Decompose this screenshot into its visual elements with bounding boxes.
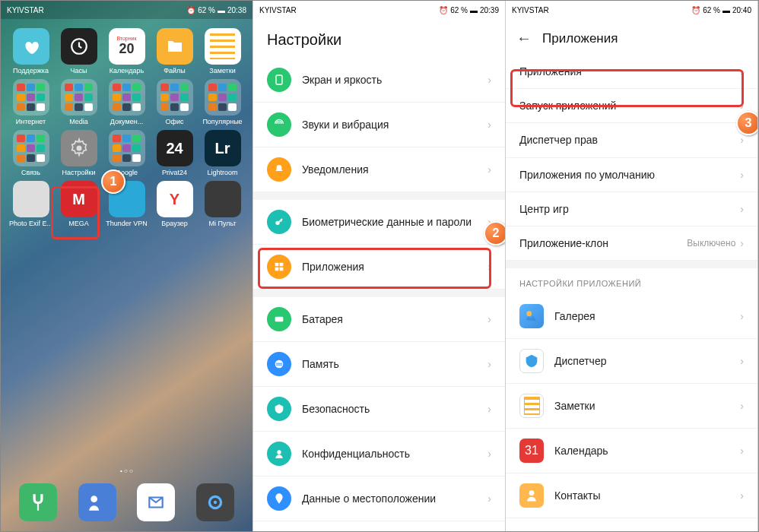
app-settings-row-2[interactable]: Заметки› [506, 384, 757, 429]
row-label: Приложение-клон [519, 236, 687, 250]
row-label: Контакты [554, 489, 740, 502]
row-label: Галерея [554, 309, 740, 323]
settings-row-8[interactable]: Конфиденциальность› [253, 432, 505, 477]
row-label: Уведомления [302, 163, 487, 176]
settings-row-3[interactable]: Биометрические данные и пароли› [253, 200, 505, 245]
header: ← Приложения [506, 19, 757, 55]
app-label: Интернет [7, 118, 55, 127]
app-Докумен...[interactable]: Докумен... [103, 79, 151, 127]
row-icon [267, 442, 291, 466]
row-icon [267, 112, 291, 137]
app-settings-list: Галерея›Диспетчер›Заметки›31Календарь›Ко… [506, 294, 757, 518]
dock-app-1[interactable] [78, 483, 116, 521]
chevron-right-icon: › [487, 74, 491, 86]
dock-app-0[interactable] [19, 483, 57, 521]
app-Media[interactable]: Media [55, 79, 103, 127]
app-settings-row-0[interactable]: Галерея› [506, 294, 757, 339]
row-label: Данные о местоположении [302, 492, 487, 505]
apps-row-5[interactable]: Приложение-клонВыключено› [506, 226, 757, 261]
app-settings-row-4[interactable]: Контакты› [506, 473, 757, 518]
svg-rect-11 [275, 317, 284, 322]
settings-row-1[interactable]: Звуки и вибрация› [253, 103, 505, 147]
svg-point-12 [275, 360, 284, 369]
chevron-right-icon: › [487, 313, 491, 325]
apps-screen: KYIVSTAR ⏰ 62 % ▬ 20:40 ← Приложения При… [506, 1, 758, 531]
app-label: Privat24 [151, 169, 198, 178]
chevron-right-icon: › [740, 237, 744, 249]
time-label: 20:38 [227, 6, 246, 14]
row-label: Батарея [302, 312, 487, 326]
app-Заметки[interactable]: Заметки [198, 28, 246, 76]
home-icon-grid: ПоддержкаЧасыВторник20КалендарьФайлыЗаме… [1, 19, 252, 229]
app-Часы[interactable]: Часы [55, 28, 103, 76]
app-label: Заметки [198, 67, 246, 76]
row-icon [267, 68, 291, 92]
settings-row-6[interactable]: Память› [253, 342, 505, 387]
row-label: Безопасность [302, 402, 487, 416]
apps-row-4[interactable]: Центр игр› [506, 192, 757, 226]
app-icon [519, 349, 544, 373]
row-icon [267, 307, 291, 331]
app-Файлы[interactable]: Файлы [151, 28, 198, 76]
app-settings-row-3[interactable]: 31Календарь› [506, 429, 757, 473]
app-label: Настройки [55, 169, 103, 178]
app-icon [519, 304, 544, 328]
chevron-right-icon: › [487, 358, 491, 370]
chevron-right-icon: › [487, 492, 491, 505]
settings-row-5[interactable]: Батарея› [253, 297, 505, 342]
app-Календарь[interactable]: Вторник20Календарь [103, 28, 151, 76]
svg-point-1 [76, 146, 81, 151]
svg-rect-5 [276, 75, 282, 84]
app-Браузер[interactable]: YБраузер [151, 181, 198, 229]
settings-row-0[interactable]: Экран и яркость› [253, 58, 505, 103]
apps-row-3[interactable]: Приложения по умолчанию› [506, 158, 757, 192]
row-label: Конфиденциальность [302, 447, 487, 461]
dock-app-2[interactable] [137, 483, 175, 521]
app-Популярные[interactable]: Популярные [198, 79, 246, 127]
step-badge-1: 1 [101, 169, 125, 194]
app-Офис[interactable]: Офис [151, 79, 198, 127]
settings-row-7[interactable]: Безопасность› [253, 387, 505, 432]
chevron-right-icon: › [740, 355, 744, 367]
dock-app-3[interactable] [196, 483, 234, 521]
app-icon: 31 [519, 439, 544, 463]
svg-rect-14 [276, 365, 282, 366]
app-Интернет[interactable]: Интернет [7, 79, 55, 127]
svg-point-4 [214, 501, 217, 504]
app-Lightroom[interactable]: LrLightroom [198, 130, 246, 178]
dock [1, 483, 252, 524]
app-label: Часы [55, 67, 103, 76]
carrier-label: KYIVSTAR [259, 6, 439, 14]
app-Связь[interactable]: Связь [7, 130, 55, 178]
app-Поддержка[interactable]: Поддержка [7, 28, 55, 76]
svg-point-17 [529, 490, 535, 496]
carrier-label: KYIVSTAR [7, 6, 186, 14]
app-label: Докумен... [103, 118, 151, 127]
row-label: Центр игр [519, 202, 740, 216]
row-label: Диспетчер [554, 354, 740, 368]
highlight-settings-app [51, 186, 100, 239]
app-Photo Exif E...[interactable]: Photo Exif E... [7, 181, 55, 229]
app-icon [519, 483, 544, 508]
row-icon [267, 397, 291, 421]
chevron-right-icon: › [487, 119, 491, 131]
settings-row-9[interactable]: Данные о местоположении› [253, 477, 505, 521]
svg-point-15 [277, 450, 281, 454]
row-icon [267, 210, 291, 234]
app-Privat24[interactable]: 24Privat24 [151, 130, 198, 178]
svg-rect-13 [276, 363, 282, 364]
row-icon [267, 157, 291, 182]
status-bar: KYIVSTAR ⏰ 62 % ▬ 20:39 [253, 1, 505, 19]
apps-row-2[interactable]: Диспетчер прав› [506, 123, 757, 157]
app-Mi Пульт[interactable]: Mi Пульт [198, 181, 246, 229]
back-icon[interactable]: ← [516, 30, 532, 47]
app-label: Связь [7, 169, 55, 178]
row-label: Биометрические данные и пароли [302, 215, 487, 229]
settings-list: Экран и яркость›Звуки и вибрация›Уведомл… [253, 58, 505, 521]
app-settings-row-1[interactable]: Диспетчер› [506, 339, 757, 384]
app-label: Media [55, 118, 103, 127]
row-label: Календарь [554, 444, 740, 458]
row-label: Заметки [554, 399, 740, 413]
app-Настройки[interactable]: Настройки [55, 130, 103, 178]
settings-row-2[interactable]: Уведомления› [253, 147, 505, 192]
